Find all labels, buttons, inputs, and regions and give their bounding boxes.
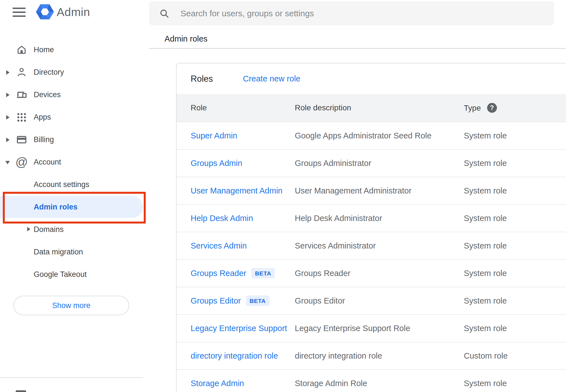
home-icon [15, 44, 28, 56]
sidebar-item-label: Directory [34, 68, 64, 77]
role-link[interactable]: Groups Editor [191, 296, 241, 306]
table-row: Legacy Enterprise Support Legacy Enterpr… [177, 314, 566, 342]
sidebar-item-google-takeout[interactable]: Google Takeout [0, 263, 149, 286]
sidebar-item-label: Domains [34, 225, 64, 234]
role-type: System role [464, 296, 507, 306]
search-bar[interactable] [149, 1, 554, 25]
role-description: Help Desk Administrator [295, 214, 382, 223]
role-link[interactable]: Super Admin [191, 131, 237, 140]
search-input[interactable] [181, 9, 517, 18]
role-description: Legacy Enterprise Support Role [295, 324, 410, 333]
help-icon[interactable]: ? [487, 103, 497, 113]
role-type: System role [464, 159, 507, 168]
admin-logo-icon [36, 3, 54, 21]
show-more-button[interactable]: Show more [13, 296, 129, 315]
role-description: Groups Reader [295, 269, 350, 278]
table-row: Storage Admin Storage Admin Role System … [177, 369, 566, 392]
sidebar-item-label: Admin roles [34, 203, 77, 211]
role-description: directory integration role [295, 351, 382, 361]
sidebar-bottom-divider [0, 377, 143, 378]
table-row: Help Desk Admin Help Desk Administrator … [177, 204, 566, 232]
sidebar-item-devices[interactable]: Devices [0, 83, 149, 106]
role-description: Services Administrator [295, 241, 376, 250]
role-link[interactable]: Services Admin [191, 241, 247, 250]
devices-icon [15, 88, 28, 101]
column-header-type: Type ? [464, 103, 497, 113]
roles-title: Roles [191, 74, 213, 84]
role-link[interactable]: Storage Admin [191, 379, 244, 388]
feedback-icon[interactable] [16, 390, 26, 392]
role-type: System role [464, 269, 507, 278]
role-type: System role [464, 214, 507, 223]
beta-badge: BETA [246, 296, 270, 306]
expand-arrow-icon[interactable] [27, 227, 30, 231]
table-header-row: Role Role description Type ? [177, 94, 566, 122]
sidebar-item-label: Home [34, 45, 54, 54]
role-description: User Management Administrator [295, 186, 412, 195]
role-description: Storage Admin Role [295, 379, 367, 388]
table-row: User Management Admin User Management Ad… [177, 177, 566, 204]
sidebar-item-label: Data migration [34, 248, 83, 256]
create-new-role-link[interactable]: Create new role [243, 74, 300, 83]
role-link[interactable]: Groups Admin [191, 159, 242, 168]
sidebar-item-home[interactable]: Home [0, 38, 149, 61]
sidebar-item-label: Devices [34, 90, 61, 99]
role-type: System role [464, 186, 507, 195]
breadcrumb: Admin roles [165, 34, 207, 44]
sidebar-item-label: Google Takeout [34, 270, 87, 279]
role-description: Google Apps Administrator Seed Role [295, 131, 432, 140]
at-sign-icon: @ [15, 156, 28, 168]
table-row: Super Admin Google Apps Administrator Se… [177, 122, 566, 149]
sidebar-item-admin-roles[interactable]: Admin roles [0, 196, 149, 218]
column-header-type-label: Type [464, 103, 481, 112]
sidebar-item-label: Account [34, 158, 61, 167]
role-type: Custom role [464, 351, 508, 361]
role-link[interactable]: Legacy Enterprise Support [191, 324, 287, 333]
table-row: Groups Reader BETA Groups Reader System … [177, 259, 566, 287]
credit-card-icon [15, 133, 28, 146]
column-header-description: Role description [295, 103, 351, 112]
sidebar-item-label: Billing [34, 135, 54, 144]
search-icon [159, 8, 169, 19]
sidebar-item-data-migration[interactable]: Data migration [0, 241, 149, 263]
admin-console-screen: Admin Home Directory Device [0, 0, 566, 392]
table-row: Groups Editor BETA Groups Editor System … [177, 287, 566, 314]
app-title: Admin [57, 6, 90, 19]
main-menu-icon[interactable] [13, 8, 26, 17]
sidebar-item-billing[interactable]: Billing [0, 128, 149, 151]
role-link[interactable]: directory integration role [191, 351, 278, 361]
roles-card-header: Roles Create new role [177, 63, 566, 94]
sidebar: Admin Home Directory Device [0, 0, 149, 392]
role-type: System role [464, 324, 507, 333]
table-row: Groups Admin Groups Administrator System… [177, 149, 566, 177]
column-header-role: Role [191, 103, 207, 112]
expand-arrow-icon[interactable] [6, 115, 10, 120]
role-description: Groups Editor [295, 296, 345, 306]
beta-badge: BETA [251, 268, 275, 279]
apps-grid-icon [15, 111, 28, 123]
role-link[interactable]: Help Desk Admin [191, 214, 253, 223]
sidebar-item-apps[interactable]: Apps [0, 106, 149, 128]
sidebar-item-account-settings[interactable]: Account settings [0, 173, 149, 196]
sidebar-item-domains[interactable]: Domains [0, 218, 149, 241]
expand-arrow-icon[interactable] [6, 93, 10, 97]
sidebar-item-directory[interactable]: Directory [0, 61, 149, 83]
table-row: directory integration role directory int… [177, 342, 566, 369]
role-type: System role [464, 241, 507, 250]
sidebar-item-label: Account settings [34, 180, 89, 189]
sidebar-item-account[interactable]: @ Account [0, 151, 149, 173]
role-description: Groups Administrator [295, 159, 371, 168]
header-divider [149, 48, 566, 49]
sidebar-nav: Home Directory Devices [0, 38, 149, 286]
role-type: System role [464, 379, 507, 388]
role-link[interactable]: User Management Admin [191, 186, 282, 195]
roles-card: Roles Create new role Role Role descript… [176, 63, 566, 392]
person-icon [15, 66, 28, 78]
expand-arrow-icon[interactable] [6, 70, 10, 75]
role-link[interactable]: Groups Reader [191, 269, 246, 278]
role-type: System role [464, 131, 507, 140]
table-row: Services Admin Services Administrator Sy… [177, 232, 566, 259]
collapse-arrow-icon[interactable] [5, 161, 10, 164]
sidebar-item-label: Apps [34, 113, 51, 122]
expand-arrow-icon[interactable] [6, 138, 10, 142]
